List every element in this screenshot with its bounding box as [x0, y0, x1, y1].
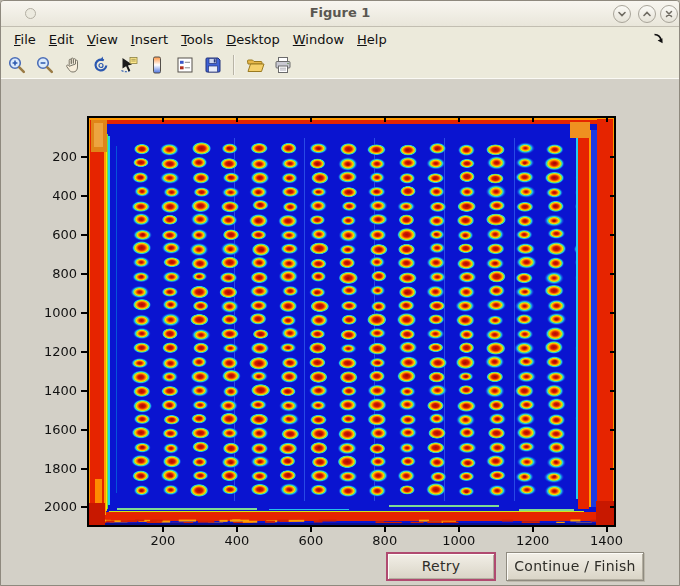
toolbar-separator — [233, 55, 235, 75]
dock-figure-icon[interactable] — [652, 32, 665, 45]
close-button[interactable] — [660, 5, 678, 23]
menu-file[interactable]: File — [14, 32, 36, 47]
rotate-3d-icon[interactable] — [90, 54, 112, 76]
menu-insert[interactable]: Insert — [131, 32, 168, 47]
menu-window[interactable]: Window — [293, 32, 344, 47]
axes — [87, 116, 616, 527]
insert-colorbar-icon[interactable] — [146, 54, 168, 76]
chevron-down-icon — [616, 8, 628, 20]
menu-bar: File Edit View Insert Tools Desktop Wind… — [1, 27, 679, 51]
continue-finish-button[interactable]: Continue / Finish — [506, 552, 644, 581]
chevron-up-icon — [641, 8, 653, 20]
insert-legend-icon[interactable] — [174, 54, 196, 76]
titlebar[interactable]: Figure 1 — [1, 1, 679, 27]
figure-window: Figure 1 File Edit View Insert Tools Des… — [0, 0, 680, 586]
pan-icon[interactable] — [62, 54, 84, 76]
zoom-in-icon[interactable] — [6, 54, 28, 76]
save-figure-icon[interactable] — [202, 54, 224, 76]
figure-toolbar — [1, 51, 679, 79]
menu-help[interactable]: Help — [357, 32, 387, 47]
menu-edit[interactable]: Edit — [49, 32, 74, 47]
window-title: Figure 1 — [1, 5, 679, 20]
print-figure-icon[interactable] — [272, 54, 294, 76]
menu-view[interactable]: View — [87, 32, 118, 47]
menu-tools[interactable]: Tools — [181, 32, 213, 47]
data-cursor-icon[interactable] — [118, 54, 140, 76]
heatmap-image — [89, 118, 614, 525]
retry-button[interactable]: Retry — [386, 552, 496, 581]
open-file-icon[interactable] — [244, 54, 266, 76]
zoom-out-icon[interactable] — [34, 54, 56, 76]
minimize-button[interactable] — [613, 5, 631, 23]
menu-desktop[interactable]: Desktop — [226, 32, 280, 47]
close-icon — [663, 8, 675, 20]
maximize-button[interactable] — [638, 5, 656, 23]
